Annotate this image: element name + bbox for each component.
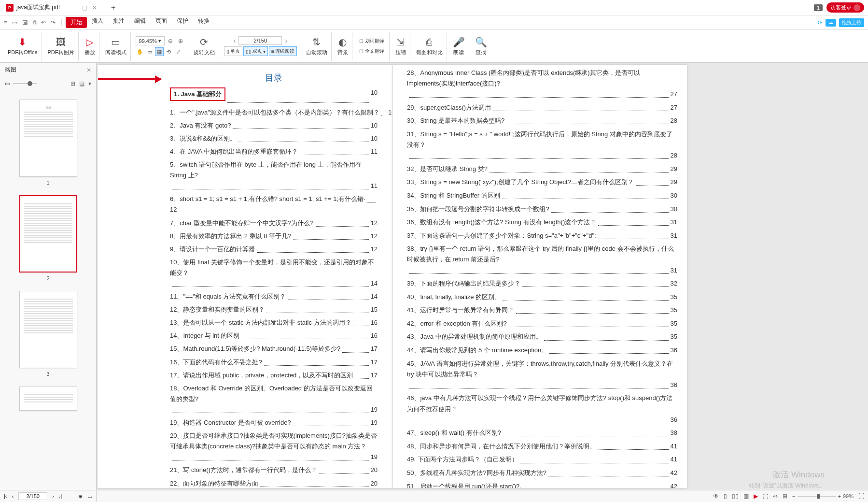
read-mode-button[interactable]: ▭ 阅读模式 [101,32,131,61]
toc-entry[interactable]: 29、super.getClass()方法调用27 [407,102,677,113]
toc-entry[interactable]: 5、switch 语句能否作用在 byte 上，能否作用在 long 上，能否作… [170,159,378,191]
single-page-button[interactable]: ▯ 单页 [224,46,242,56]
toc-entry[interactable]: 13、是否可以从一个 static 方法内部发出对非 static 方法的调用？… [170,317,378,328]
login-button[interactable]: 访客登录 [826,2,864,13]
zoom-in-footer-icon[interactable]: + [838,493,841,499]
toc-entry[interactable]: 9、请设计一个一百亿的计算器12 [170,244,378,255]
toc-entry[interactable]: 16、下面的代码有什么不妥之处?17 [170,357,378,368]
toc-entry[interactable]: 12、静态变量和实例变量的区别？15 [170,304,378,315]
toc-entry[interactable]: 38、try {}里有一个 return 语句，那么紧跟在这个 try 后的 f… [407,244,677,275]
menu-编辑[interactable]: 编辑 [129,17,151,28]
fit-icon[interactable]: ⬚ [763,493,768,500]
toc-entry[interactable]: 10、使用 final 关键字修饰一个变量时，是引用不能变，还是引用的对象不能变… [170,257,378,289]
toc-entry[interactable]: 19、构造器 Constructor 是否可被 override?19 [170,417,378,428]
prev-page-icon[interactable]: ‹ [232,37,238,44]
cloud-sync-icon[interactable]: ⟳ [818,19,823,26]
document-view[interactable]: 目录 1. Java 基础部分 10 1、一个".java"源文件中是否可以包括… [97,63,868,490]
toc-entry[interactable]: 31、String s = "Hello";s = s + " world!";… [407,129,677,161]
hand-tool-icon[interactable]: ✋ [136,47,144,56]
menu-icon[interactable]: ≡ [4,19,7,26]
toc-entry[interactable]: 41、运行时异常与一般异常有何异同？35 [407,305,677,316]
background-button[interactable]: ◐ 背景 [334,32,352,61]
toc-entry[interactable]: 14、Integer 与 int 的区别16 [170,330,378,341]
continuous-view-icon[interactable]: ▥ [743,493,749,500]
toc-entry[interactable]: 22、面向对象的特征有哪些方面20 [170,478,378,488]
tab-restore-icon[interactable]: ▢ [82,4,87,11]
upload-button[interactable]: 拖拽上传 [839,18,864,27]
page-input-footer[interactable] [18,492,47,500]
toc-entry[interactable]: 35、如何把一段逗号分割的字符串转换成一个数组?30 [407,204,677,215]
fit-page-icon[interactable]: ⤢ [174,47,183,56]
undo-icon[interactable]: ↶ [41,19,46,26]
dict-translate-button[interactable]: ☐ 划词翻译 [357,37,386,45]
toc-entry[interactable]: 2、Java 有没有 goto?10 [170,120,378,131]
play-button[interactable]: ▷ 播放 [81,32,99,61]
read-aloud-button[interactable]: 🎤 朗读 [449,32,469,61]
add-page-icon[interactable]: ⊕ [78,493,83,500]
menu-转换[interactable]: 转换 [193,17,214,28]
thumbnail-3[interactable]: 3 [5,291,91,377]
toc-entry[interactable]: 7、char 型变量中能不能存贮一个中文汉字?为什么?12 [170,218,378,229]
zoom-out-small-icon[interactable]: ▭ [5,80,10,87]
close-icon[interactable]: ✕ [90,4,99,11]
find-button[interactable]: 🔍 查找 [471,32,491,61]
toc-entry[interactable]: 37、下面这条语句一共创建了多少个对象：String s="a"+"b"+"c"… [407,230,677,241]
fullscreen-icon[interactable]: ⛶ [858,493,864,500]
toc-entry[interactable]: 28、Anonymous Inner Class (匿名内部类)是否可以 ext… [407,68,677,100]
next-icon[interactable]: › [52,493,54,499]
collapse-icon[interactable]: ▾ [88,80,91,87]
toc-entry[interactable]: 30、String 是最基本的数据类型吗?28 [407,115,677,126]
page-input[interactable]: 2/150 [238,36,282,45]
grid-view-icon[interactable]: ⊞ [783,493,787,500]
slideshow-icon[interactable]: ▶ [754,493,758,500]
single-view-icon[interactable]: ▯ [724,493,727,500]
toc-entry[interactable]: 44、请写出你最常见到的 5 个 runtime exception。36 [407,345,677,356]
open-icon[interactable]: ▭ [12,19,17,26]
grid-icon[interactable]: ⊞ [70,80,75,87]
menu-页面[interactable]: 页面 [151,17,172,28]
thumbnail-4[interactable] [5,387,91,411]
zoom-out-footer-icon[interactable]: − [792,493,795,499]
toc-entry[interactable]: 49. 下面两个方法同步吗？（自己发明）41 [407,454,677,465]
new-tab-button[interactable]: + [105,3,121,12]
sidebar-close-icon[interactable]: ✕ [86,67,91,73]
select-tool-icon[interactable]: ▭ [145,47,154,56]
toc-entry[interactable]: 11、"=="和 equals 方法究竟有什么区别？14 [170,291,378,302]
cloud-icon[interactable]: ☁ [826,19,836,27]
toc-entry[interactable]: 36、数组有没有 length()这个方法? String 有没有 length… [407,217,677,228]
pdf-to-office[interactable]: ⬇ PDF转Office [4,32,42,61]
toc-entry[interactable]: 33、String s = new String("xyz");创建了几个 St… [407,177,677,187]
toc-entry[interactable]: 21、写 clone()方法时，通常都有一行代码，是什么？20 [170,465,378,475]
continuous-button[interactable]: ≡ 连续阅读 [269,46,297,56]
toc-entry[interactable]: 3、说说&和&&的区别。10 [170,133,378,144]
toc-entry[interactable]: 18、Overload 和 Override 的区别。Overloaded 的方… [170,383,378,415]
menu-批注[interactable]: 批注 [108,17,129,28]
toc-entry[interactable]: 1、一个".java"源文件中是否可以包括多个类（不是内部类）？有什么限制？10 [170,107,378,118]
toc-entry[interactable]: 48、同步和异步有何异同，在什么情况下分别使用他们？举例说明。41 [407,441,677,452]
toc-entry[interactable]: 51、启动一个线程是用 run()还是 start()?.42 [407,481,677,488]
double-view-icon[interactable]: ▯▯ [732,493,739,500]
thumbnail-1[interactable]: 目录 1 [5,100,91,186]
menu-插入[interactable]: 插入 [87,17,108,28]
fit-width-icon[interactable]: ⟲ [165,47,173,56]
toc-entry[interactable]: 4、在 JAVA 中如何跳出当前的多重嵌套循环？11 [170,146,378,157]
toc-entry[interactable]: 17、请说出作用域 public，private，protected，以及不写时… [170,370,378,381]
toc-entry[interactable]: 6、short s1 = 1; s1 = s1 + 1;有什么错? short … [170,194,378,215]
compress-button[interactable]: ⇲ 压缩 [392,32,410,61]
rotate-button[interactable]: ⟳ 旋转文档 [190,32,219,61]
toc-entry[interactable]: 46、java 中有几种方法可以实现一个线程？用什么关键字修饰同步方法? sto… [407,393,677,425]
toc-entry[interactable]: 47、sleep() 和 wait() 有什么区别?38 [407,428,677,438]
toc-entry[interactable]: 32、是否可以继承 String 类?29 [407,164,677,174]
print-icon[interactable]: ⎙ [33,19,36,26]
toc-entry[interactable]: 40、final, finally, finalize 的区别。35 [407,292,677,302]
menu-开始[interactable]: 开始 [66,17,87,28]
toc-entry[interactable]: 15、Math.round(11.5)等於多少? Math.round(-11.… [170,344,378,354]
menu-保护[interactable]: 保护 [172,17,193,28]
screenshot-button[interactable]: ⎙ 截图和对比 [412,32,447,61]
prev-icon[interactable]: ‹ [12,493,14,499]
toc-entry[interactable]: 43、Java 中的异常处理机制的简单原理和应用。35 [407,331,677,342]
thumbnail-2[interactable]: 2 [5,195,91,281]
pdf-to-image[interactable]: 🖼 PDF转图片 [44,32,79,61]
last-page-icon[interactable]: ›| [59,493,62,499]
zoom-in-icon[interactable]: ⊕ [176,37,185,45]
